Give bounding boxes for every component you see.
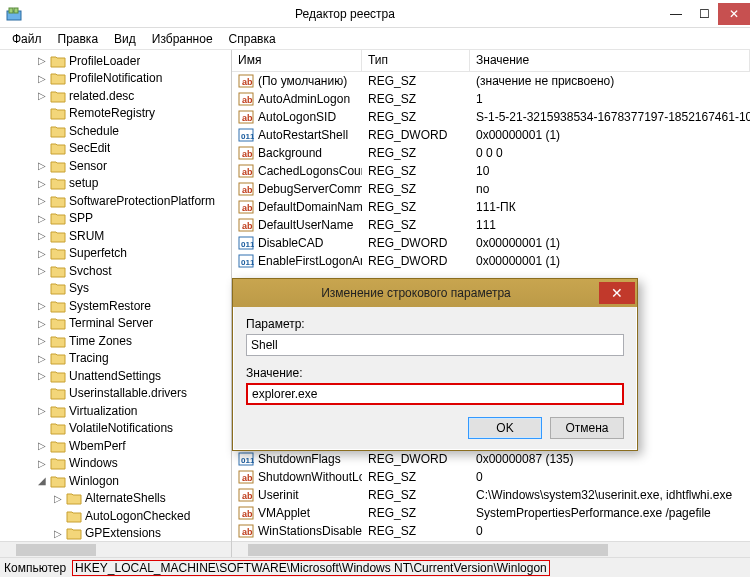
- tree-item[interactable]: ▷SPP: [0, 210, 231, 228]
- cell-value: 0x00000001 (1): [470, 254, 750, 268]
- menu-view[interactable]: Вид: [106, 30, 144, 48]
- tree-scrollbar-h[interactable]: [0, 541, 231, 557]
- ok-button[interactable]: OK: [468, 417, 542, 439]
- tree-item[interactable]: Userinstallable.drivers: [0, 385, 231, 403]
- tree-item[interactable]: ▷SoftwareProtectionPlatform: [0, 192, 231, 210]
- list-row[interactable]: abDefaultDomainNameREG_SZ111-ПК: [232, 198, 750, 216]
- cell-name: abCachedLogonsCount: [232, 163, 362, 179]
- minimize-button[interactable]: —: [662, 3, 690, 25]
- tree-item[interactable]: ▷setup: [0, 175, 231, 193]
- tree-item[interactable]: ▷Superfetch: [0, 245, 231, 263]
- expander-icon[interactable]: ▷: [36, 335, 48, 346]
- folder-icon: [50, 474, 66, 488]
- expander-icon[interactable]: ▷: [36, 195, 48, 206]
- list-row[interactable]: abShutdownWithoutLo...REG_SZ0: [232, 468, 750, 486]
- expander-icon[interactable]: ▷: [36, 440, 48, 451]
- expander-icon[interactable]: ▷: [36, 353, 48, 364]
- expander-icon[interactable]: ▷: [36, 160, 48, 171]
- list-row[interactable]: abDefaultUserNameREG_SZ111: [232, 216, 750, 234]
- menu-edit[interactable]: Правка: [50, 30, 107, 48]
- tree-item[interactable]: RemoteRegistry: [0, 105, 231, 123]
- col-name[interactable]: Имя: [232, 50, 362, 71]
- tree-item-label: GPExtensions: [85, 526, 161, 540]
- list-row[interactable]: 011DisableCADREG_DWORD0x00000001 (1): [232, 234, 750, 252]
- registry-tree[interactable]: ▷ProfileLoader▷ProfileNotification▷relat…: [0, 50, 231, 557]
- expander-icon[interactable]: ▷: [36, 248, 48, 259]
- value-type-icon: 011: [238, 451, 254, 467]
- expander-icon[interactable]: ▷: [36, 230, 48, 241]
- expander-icon[interactable]: ▷: [52, 528, 64, 539]
- tree-item[interactable]: ▷Virtualization: [0, 402, 231, 420]
- list-row[interactable]: ab(По умолчанию)REG_SZ(значение не присв…: [232, 72, 750, 90]
- list-row[interactable]: abCachedLogonsCountREG_SZ10: [232, 162, 750, 180]
- tree-item[interactable]: ▷SystemRestore: [0, 297, 231, 315]
- list-row[interactable]: abWinStationsDisabledREG_SZ0: [232, 522, 750, 540]
- list-row[interactable]: abUserinitREG_SZC:\Windows\system32\user…: [232, 486, 750, 504]
- expander-icon[interactable]: ▷: [36, 370, 48, 381]
- tree-item[interactable]: Sys: [0, 280, 231, 298]
- list-row[interactable]: 011EnableFirstLogonAniREG_DWORD0x0000000…: [232, 252, 750, 270]
- cell-value: SystemPropertiesPerformance.exe /pagefil…: [470, 506, 750, 520]
- expander-icon[interactable]: ▷: [36, 458, 48, 469]
- tree-item[interactable]: ▷Terminal Server: [0, 315, 231, 333]
- col-value[interactable]: Значение: [470, 50, 750, 71]
- list-scrollbar-h[interactable]: [232, 541, 750, 557]
- tree-item[interactable]: ▷Tracing: [0, 350, 231, 368]
- tree-item[interactable]: ▷SRUM: [0, 227, 231, 245]
- list-row[interactable]: abAutoAdminLogonREG_SZ1: [232, 90, 750, 108]
- tree-item-label: SystemRestore: [69, 299, 151, 313]
- tree-item[interactable]: ◢Winlogon: [0, 472, 231, 490]
- list-row[interactable]: 011AutoRestartShellREG_DWORD0x00000001 (…: [232, 126, 750, 144]
- cancel-button[interactable]: Отмена: [550, 417, 624, 439]
- expander-icon[interactable]: ▷: [36, 213, 48, 224]
- tree-item[interactable]: VolatileNotifications: [0, 420, 231, 438]
- tree-item[interactable]: ▷Time Zones: [0, 332, 231, 350]
- param-input[interactable]: [246, 334, 624, 356]
- svg-text:ab: ab: [242, 221, 253, 231]
- expander-icon[interactable]: ▷: [36, 405, 48, 416]
- tree-item[interactable]: ▷WbemPerf: [0, 437, 231, 455]
- close-button[interactable]: ✕: [718, 3, 750, 25]
- dialog-close-button[interactable]: ✕: [599, 282, 635, 304]
- tree-item[interactable]: ▷ProfileNotification: [0, 70, 231, 88]
- tree-item[interactable]: ▷UnattendSettings: [0, 367, 231, 385]
- cell-name: abUserinit: [232, 487, 362, 503]
- value-label: Значение:: [246, 366, 624, 380]
- maximize-button[interactable]: ☐: [690, 3, 718, 25]
- svg-text:ab: ab: [242, 527, 253, 537]
- list-row[interactable]: abBackgroundREG_SZ0 0 0: [232, 144, 750, 162]
- col-type[interactable]: Тип: [362, 50, 470, 71]
- tree-item[interactable]: ▷Sensor: [0, 157, 231, 175]
- folder-icon: [50, 124, 66, 138]
- expander-icon[interactable]: ▷: [36, 90, 48, 101]
- tree-item[interactable]: ▷GPExtensions: [0, 525, 231, 543]
- expander-icon[interactable]: ◢: [36, 475, 48, 486]
- list-row[interactable]: abDebugServerComma...REG_SZno: [232, 180, 750, 198]
- tree-item[interactable]: AutoLogonChecked: [0, 507, 231, 525]
- list-row[interactable]: 011ShutdownFlagsREG_DWORD0x00000087 (135…: [232, 450, 750, 468]
- expander-icon[interactable]: ▷: [36, 73, 48, 84]
- expander-icon[interactable]: ▷: [36, 318, 48, 329]
- expander-icon[interactable]: ▷: [36, 300, 48, 311]
- folder-icon: [50, 71, 66, 85]
- menu-favorites[interactable]: Избранное: [144, 30, 221, 48]
- expander-icon[interactable]: ▷: [36, 265, 48, 276]
- tree-item[interactable]: ▷Svchost: [0, 262, 231, 280]
- cell-value: 111: [470, 218, 750, 232]
- tree-item[interactable]: ▷Windows: [0, 455, 231, 473]
- folder-icon: [50, 264, 66, 278]
- value-input[interactable]: [246, 383, 624, 405]
- tree-item[interactable]: SecEdit: [0, 140, 231, 158]
- menu-help[interactable]: Справка: [221, 30, 284, 48]
- tree-item[interactable]: ▷related.desc: [0, 87, 231, 105]
- expander-icon[interactable]: ▷: [36, 178, 48, 189]
- tree-item[interactable]: ▷ProfileLoader: [0, 52, 231, 70]
- tree-item[interactable]: Schedule: [0, 122, 231, 140]
- expander-icon[interactable]: ▷: [52, 493, 64, 504]
- list-row[interactable]: abAutoLogonSIDREG_SZS-1-5-21-3215938534-…: [232, 108, 750, 126]
- cell-type: REG_SZ: [362, 488, 470, 502]
- menu-file[interactable]: Файл: [4, 30, 50, 48]
- expander-icon[interactable]: ▷: [36, 55, 48, 66]
- list-row[interactable]: abVMAppletREG_SZSystemPropertiesPerforma…: [232, 504, 750, 522]
- tree-item[interactable]: ▷AlternateShells: [0, 490, 231, 508]
